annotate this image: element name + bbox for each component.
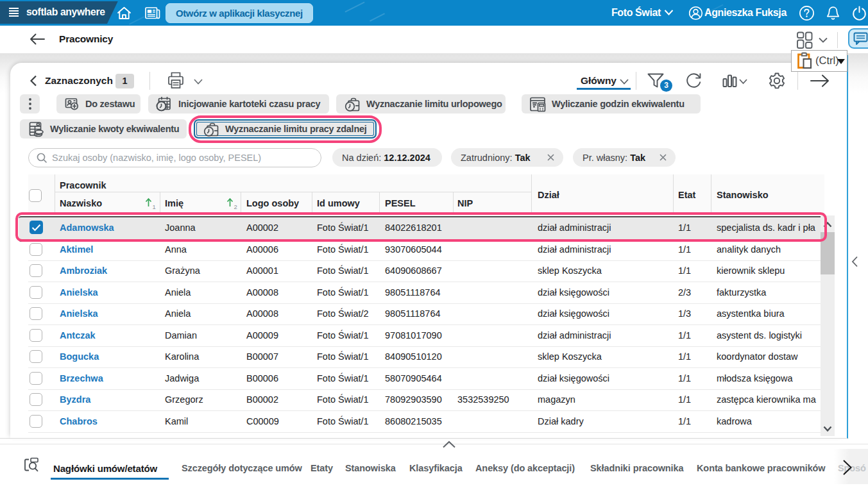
svg-text:2: 2: [234, 203, 237, 210]
svg-text:1: 1: [153, 203, 156, 210]
